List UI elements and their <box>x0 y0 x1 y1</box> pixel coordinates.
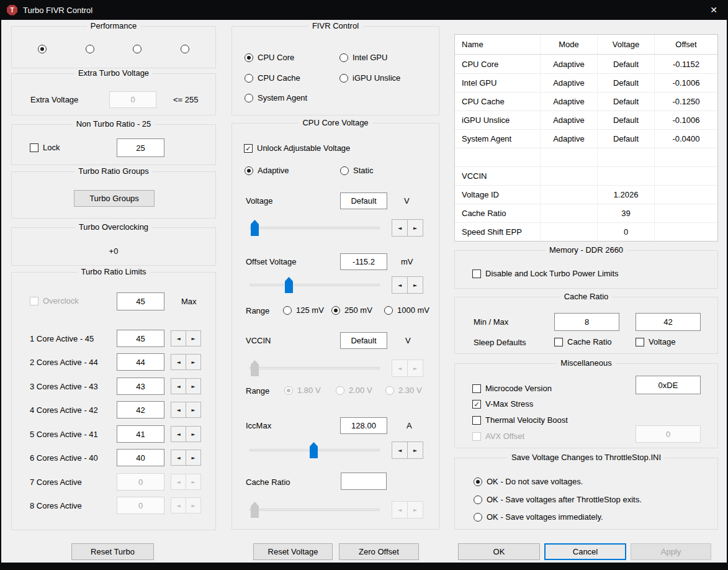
microcode-value-input[interactable] <box>636 376 701 394</box>
table-row[interactable]: Speed Shift EPP0 <box>455 222 717 241</box>
spin-left-button[interactable]: ◄ <box>171 354 186 370</box>
radio-adaptive[interactable]: Adaptive <box>245 166 289 176</box>
turbo-groups-button[interactable]: Turbo Groups <box>74 190 155 207</box>
sleep-voltage-checkbox[interactable]: Voltage <box>636 337 675 347</box>
non-turbo-ratio-input[interactable] <box>117 138 164 157</box>
spin-right-button[interactable]: ► <box>407 441 423 459</box>
spin-right-button[interactable]: ► <box>186 330 201 346</box>
table-row[interactable] <box>455 148 717 166</box>
voltage-value-input[interactable] <box>340 192 387 209</box>
spin-left-button[interactable]: ◄ <box>171 426 186 442</box>
spin-right-button[interactable]: ► <box>186 402 201 418</box>
turbo-ratio-input-6[interactable] <box>117 449 164 466</box>
radio-range-200v: 2.00 V <box>336 386 372 396</box>
turbo-ratio-input-5[interactable] <box>117 425 164 443</box>
unlock-voltage-checkbox[interactable]: ✓ Unlock Adjustable Voltage <box>244 143 350 153</box>
cache-ratio-input[interactable] <box>341 473 387 490</box>
radio-intel-gpu[interactable]: Intel GPU <box>339 53 387 63</box>
iccmax-input[interactable] <box>340 417 387 434</box>
voltage-slider[interactable] <box>249 219 380 237</box>
sleep-cache-ratio-checkbox[interactable]: Cache Ratio <box>554 337 612 347</box>
spin-right-button[interactable]: ► <box>407 219 423 237</box>
spin-right-button[interactable]: ► <box>186 378 201 394</box>
turbo-ratio-row-3: 3 Cores Active - 43 ◄► <box>12 378 215 396</box>
table-row[interactable]: iGPU UnsliceAdaptiveDefault-0.1006 <box>455 111 717 129</box>
col-header-voltage[interactable]: Voltage <box>598 35 655 54</box>
thermal-velocity-boost-checkbox[interactable]: Thermal Velocity Boost <box>472 415 568 425</box>
fivr-control-group-title: FIVR Control <box>232 21 439 31</box>
checkbox-box <box>472 384 481 393</box>
voltage-slider-track[interactable] <box>249 227 380 229</box>
reset-voltage-button[interactable]: Reset Voltage <box>253 543 333 560</box>
table-row[interactable]: CPU CoreAdaptiveDefault-0.1152 <box>455 55 717 73</box>
col-header-mode[interactable]: Mode <box>541 35 598 54</box>
offset-voltage-input[interactable] <box>340 253 387 270</box>
radio-static[interactable]: Static <box>340 166 374 176</box>
table-row[interactable]: VCCIN <box>455 166 717 185</box>
performance-radio-3[interactable] <box>133 45 142 53</box>
radio-igpu-unslice[interactable]: iGPU Unslice <box>339 73 400 83</box>
app-icon: T <box>7 5 17 16</box>
col-header-name[interactable]: Name <box>455 35 541 54</box>
turbo-fivr-window: T Turbo FIVR Control ✕ Performance Extra… <box>0 0 728 570</box>
radio-do-not-save[interactable]: OK - Do not save voltages. <box>474 477 583 487</box>
radio-range-250mv[interactable]: 250 mV <box>331 305 372 315</box>
offset-voltage-slider-thumb[interactable] <box>285 277 293 293</box>
radio-save-immediately[interactable]: OK - Save voltages immediately. <box>474 512 603 522</box>
disable-lock-turbo-power-limits-checkbox[interactable]: Disable and Lock Turbo Power Limits <box>472 269 619 279</box>
performance-radio-1[interactable] <box>38 45 47 53</box>
cache-ratio-spinner: ◄► <box>392 501 423 518</box>
performance-radio-4[interactable] <box>181 45 189 53</box>
vccin-value-input[interactable] <box>340 332 387 349</box>
spin-right-button[interactable]: ► <box>186 354 201 370</box>
radio-save-after-exit[interactable]: OK - Save voltages after ThrottleStop ex… <box>474 495 642 505</box>
spin-left-button[interactable]: ◄ <box>171 330 186 346</box>
spin-left-button[interactable]: ◄ <box>392 276 408 294</box>
vccin-unit-label: V <box>405 336 411 346</box>
table-row[interactable]: Cache Ratio39 <box>455 204 717 222</box>
extra-voltage-input[interactable] <box>109 91 156 108</box>
spin-right-button[interactable]: ► <box>186 450 201 466</box>
table-row[interactable]: Voltage ID1.2026 <box>455 185 717 204</box>
voltage-slider-thumb[interactable] <box>251 220 259 236</box>
cache-ratio-max-input[interactable] <box>636 313 701 331</box>
reset-turbo-button[interactable]: Reset Turbo <box>71 543 154 560</box>
offset-voltage-slider[interactable] <box>249 276 380 294</box>
spin-left-button[interactable]: ◄ <box>392 441 408 459</box>
turbo-ratio-input-3[interactable] <box>117 378 164 395</box>
performance-radio-2[interactable] <box>86 45 94 53</box>
cache-ratio-min-input[interactable] <box>554 313 619 331</box>
ok-button[interactable]: OK <box>458 543 540 560</box>
turbo-ratio-input-4[interactable] <box>117 401 164 418</box>
offset-voltage-slider-track[interactable] <box>249 284 380 286</box>
table-row[interactable]: Intel GPUAdaptiveDefault-0.1006 <box>455 73 717 92</box>
radio-system-agent[interactable]: System Agent <box>245 93 307 103</box>
table-row[interactable]: System AgentAdaptiveDefault-0.0400 <box>455 129 717 148</box>
microcode-version-checkbox[interactable]: Microcode Version <box>472 384 552 394</box>
spin-left-button[interactable]: ◄ <box>171 378 186 394</box>
spin-right-button[interactable]: ► <box>186 426 201 442</box>
turbo-max-input[interactable] <box>117 292 164 310</box>
close-icon[interactable]: ✕ <box>699 0 728 20</box>
spin-left-button[interactable]: ◄ <box>171 402 186 418</box>
spin-left-button: ◄ <box>392 360 408 377</box>
spin-left-button: ◄ <box>171 497 186 513</box>
spin-right-button[interactable]: ► <box>407 276 423 294</box>
spin-left-button[interactable]: ◄ <box>171 450 186 466</box>
lock-checkbox[interactable]: Lock <box>30 143 60 153</box>
radio-range-1000mv[interactable]: 1000 mV <box>384 305 429 315</box>
turbo-ratio-input-2[interactable] <box>117 353 164 371</box>
turbo-ratio-input-1[interactable] <box>117 330 164 347</box>
vmax-stress-checkbox[interactable]: ✓ V-Max Stress <box>472 399 533 409</box>
col-header-offset[interactable]: Offset <box>655 35 717 54</box>
radio-cpu-cache[interactable]: CPU Cache <box>245 73 300 83</box>
iccmax-slider[interactable] <box>249 441 380 459</box>
cancel-button[interactable]: Cancel <box>544 543 626 560</box>
checkbox-box <box>636 338 644 346</box>
radio-range-125mv[interactable]: 125 mV <box>283 305 324 315</box>
radio-cpu-core[interactable]: CPU Core <box>245 53 294 63</box>
iccmax-slider-thumb[interactable] <box>310 442 318 458</box>
spin-left-button[interactable]: ◄ <box>392 219 408 237</box>
table-row[interactable]: CPU CacheAdaptiveDefault-0.1250 <box>455 92 717 111</box>
zero-offset-button[interactable]: Zero Offset <box>339 543 419 560</box>
